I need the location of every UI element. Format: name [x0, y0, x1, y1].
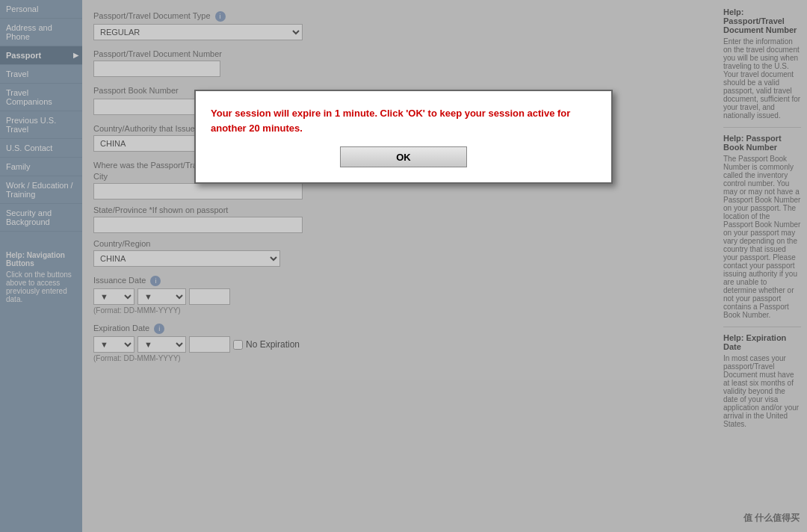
modal-dialog: Your session will expire in 1 minute. Cl…	[194, 90, 613, 184]
modal-ok-button[interactable]: OK	[340, 146, 467, 167]
modal-message: Your session will expire in 1 minute. Cl…	[211, 106, 596, 135]
modal-overlay: Your session will expire in 1 minute. Cl…	[0, 0, 807, 532]
